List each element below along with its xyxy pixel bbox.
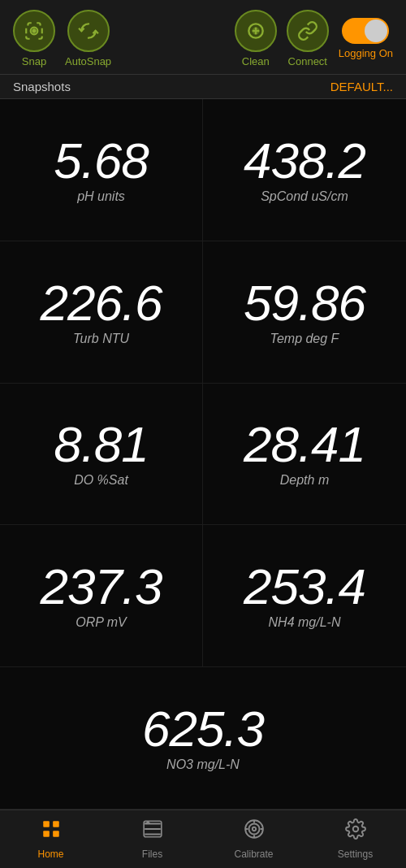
data-value-8: 625.3 (142, 704, 264, 754)
nav-settings-label: Settings (338, 848, 373, 860)
data-cell-2[interactable]: 226.6Turb NTU (0, 241, 203, 384)
data-cell-4[interactable]: 8.81DO %Sat (0, 384, 203, 526)
left-tool-group: Snap AutoSnap (13, 10, 111, 67)
svg-rect-7 (53, 821, 59, 827)
svg-point-5 (253, 28, 259, 34)
toggle-knob (365, 20, 387, 42)
svg-rect-6 (43, 821, 50, 827)
clean-button[interactable]: Clean (235, 10, 277, 67)
snapshots-value: DEFAULT... (330, 80, 393, 93)
nav-settings[interactable]: Settings (304, 812, 406, 866)
files-icon (142, 818, 163, 845)
data-unit-2: Turb NTU (73, 332, 129, 346)
autosnap-icon (67, 10, 110, 52)
snap-icon (13, 10, 55, 52)
logging-toggle[interactable]: Logging On (339, 18, 393, 59)
data-value-2: 226.6 (40, 278, 162, 328)
svg-rect-8 (43, 831, 50, 837)
svg-rect-9 (53, 831, 59, 837)
toggle-switch[interactable] (342, 18, 389, 44)
nav-home-label: Home (37, 848, 63, 860)
data-unit-8: NO3 mg/L-N (166, 757, 240, 772)
data-unit-6: ORP mV (76, 615, 127, 630)
toolbar: Snap AutoSnap (0, 0, 406, 75)
data-unit-1: SpCond uS/cm (261, 189, 348, 204)
autosnap-button[interactable]: AutoSnap (65, 10, 111, 67)
clean-icon (235, 10, 277, 52)
data-value-7: 253.4 (244, 562, 365, 612)
data-value-3: 59.86 (244, 278, 365, 328)
data-unit-5: Depth m (280, 473, 329, 488)
autosnap-label: AutoSnap (65, 55, 111, 67)
snapshots-title: Snapshots (13, 80, 71, 93)
connect-icon (287, 10, 329, 52)
data-unit-0: pH units (77, 189, 125, 204)
logging-label: Logging On (339, 47, 393, 59)
snap-button[interactable]: Snap (13, 10, 55, 67)
data-cell-3[interactable]: 59.86Temp deg F (203, 241, 406, 384)
data-cell-8[interactable]: 625.3NO3 mg/L-N (0, 667, 406, 809)
svg-point-1 (32, 28, 36, 33)
snap-label: Snap (22, 55, 46, 67)
settings-icon (345, 818, 366, 845)
data-unit-4: DO %Sat (74, 473, 128, 488)
data-cell-5[interactable]: 28.41Depth m (203, 384, 406, 526)
connect-label: Connect (288, 55, 327, 67)
data-unit-3: Temp deg F (270, 332, 339, 346)
right-tool-group: Clean Connect Logging On (235, 10, 393, 67)
data-value-0: 5.68 (54, 136, 149, 186)
calibrate-icon (244, 818, 265, 845)
data-grid: 5.68pH units438.2SpCond uS/cm226.6Turb N… (0, 99, 406, 809)
connect-button[interactable]: Connect (287, 10, 329, 67)
data-value-6: 237.3 (40, 562, 162, 612)
data-cell-6[interactable]: 237.3ORP mV (0, 525, 203, 667)
data-cell-7[interactable]: 253.4NH4 mg/L-N (203, 525, 406, 667)
nav-home[interactable]: Home (0, 812, 102, 866)
bottom-nav: Home Files Calibrate (0, 809, 406, 868)
nav-files[interactable]: Files (102, 812, 203, 866)
svg-point-12 (248, 824, 259, 835)
data-value-4: 8.81 (54, 419, 149, 470)
home-icon (41, 818, 62, 845)
nav-calibrate-label: Calibrate (234, 848, 273, 860)
snapshots-bar: Snapshots DEFAULT... (0, 75, 406, 99)
data-cell-0[interactable]: 5.68pH units (0, 99, 203, 241)
data-unit-7: NH4 mg/L-N (269, 615, 341, 630)
svg-point-13 (252, 827, 255, 831)
clean-label: Clean (242, 55, 270, 67)
nav-files-label: Files (142, 848, 162, 860)
data-value-1: 438.2 (244, 136, 365, 186)
data-cell-1[interactable]: 438.2SpCond uS/cm (203, 99, 406, 241)
nav-calibrate[interactable]: Calibrate (203, 812, 304, 866)
svg-point-18 (352, 827, 358, 832)
data-value-5: 28.41 (244, 419, 365, 470)
